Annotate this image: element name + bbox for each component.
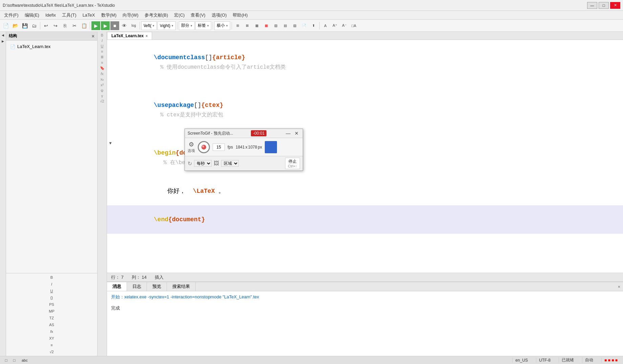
math-fmt-button[interactable]: ▨ [271, 21, 280, 30]
gutter-arrow[interactable]: ψ [101, 88, 104, 92]
gutter-align[interactable]: ≡ [101, 49, 103, 53]
gutter-b[interactable]: B [101, 33, 103, 37]
minimize-button[interactable]: — [587, 2, 597, 9]
maximize-button[interactable]: □ [599, 2, 609, 9]
editor-tab-close[interactable]: × [146, 34, 148, 38]
menu-wizard[interactable]: 向导(W) [120, 12, 141, 19]
status-locale[interactable]: en_US [512, 358, 531, 363]
stop-button[interactable]: ■ [110, 21, 119, 30]
status-left-btn1[interactable]: □ [3, 357, 9, 364]
stg-record-button[interactable] [198, 141, 210, 153]
open-button[interactable]: 📂 [11, 21, 20, 30]
menu-references[interactable]: 参考文献(B) [142, 12, 171, 19]
sym-braces[interactable]: {} [50, 295, 53, 300]
stg-area-select[interactable]: 区域 [221, 160, 239, 167]
gutter-align2[interactable]: ≣ [101, 55, 104, 59]
stg-color-button[interactable] [265, 141, 277, 153]
gutter-i[interactable]: I [102, 39, 103, 43]
math-grid-button[interactable]: ⊞ [233, 21, 242, 30]
log-view-button[interactable]: log [129, 21, 138, 30]
pdf-button[interactable]: 📄 [300, 21, 308, 30]
close-button[interactable]: ✕ [610, 2, 620, 9]
stg-close-button[interactable]: ✕ [293, 131, 300, 136]
menu-tools[interactable]: 工具(T) [59, 12, 79, 19]
nav-forward-button[interactable]: ▶ [0, 39, 6, 44]
gutter-arrow2[interactable]: γ [101, 94, 103, 98]
compile-button[interactable]: ▶ [91, 21, 100, 30]
gutter-bookmark[interactable]: 🔖 [100, 66, 105, 70]
gutter-superscript[interactable]: x² [101, 83, 104, 87]
compile-view-button[interactable]: ▶ [101, 21, 110, 30]
left-paren-dropdown[interactable]: \left( ▾ [141, 21, 157, 30]
editor-tab-main[interactable]: LaTeX_Learn.tex × [107, 32, 152, 40]
menu-idefix[interactable]: Idefix [43, 12, 59, 18]
bottom-tab-log[interactable]: 日志 [127, 282, 147, 291]
sym-as[interactable]: AS [48, 322, 55, 327]
right-paren-dropdown[interactable]: \right) ▾ [157, 21, 176, 30]
save-button[interactable]: 💾 [20, 21, 29, 30]
bottom-tab-preview[interactable]: 预览 [147, 282, 167, 291]
export-button[interactable]: ⬆ [309, 21, 318, 30]
stg-stop-button[interactable]: 停止 Ctrl+↑ [285, 158, 300, 169]
math-col-button[interactable]: ▤ [281, 21, 289, 30]
menu-options[interactable]: 选项(O) [209, 12, 230, 19]
math-row-del-button[interactable]: ▧ [290, 21, 299, 30]
format-small-a-button[interactable]: A⁻ [340, 21, 349, 30]
gutter-align3[interactable]: ≡ [101, 61, 103, 65]
format-box-button[interactable]: □A [349, 21, 358, 30]
stg-interval-select[interactable]: 每秒 [194, 160, 212, 167]
sym-i[interactable]: I [50, 281, 53, 287]
sym-xy[interactable]: XY [48, 336, 55, 341]
menu-file[interactable]: 文件(F) [1, 12, 21, 19]
math-border-button[interactable]: ▦ [252, 21, 261, 30]
sym-list[interactable]: ≡ [50, 342, 53, 348]
menu-macro[interactable]: 宏(C) [171, 12, 187, 19]
structure-file-item[interactable]: 📄 LaTeX_Learn.tex [9, 43, 94, 50]
tiny-dropdown[interactable]: 极小 ▾ [214, 21, 230, 30]
menu-view[interactable]: 查看(V) [188, 12, 208, 19]
stg-minimize-button[interactable]: — [284, 131, 292, 136]
gutter-sqrt[interactable]: √2 [100, 99, 104, 103]
label-dropdown[interactable]: 标签 ▾ [195, 21, 211, 30]
line-fold-5[interactable]: ▼ [107, 139, 114, 148]
bottom-tab-messages[interactable]: 消息 [107, 282, 127, 291]
status-encoding[interactable]: UTF-8 [536, 358, 553, 363]
redo-button[interactable]: ↪ [51, 21, 60, 30]
format-a-button[interactable]: A [321, 21, 330, 30]
part-dropdown[interactable]: 部分 ▾ [179, 21, 195, 30]
sym-sqrt2[interactable]: √2 [49, 349, 54, 355]
gutter-u[interactable]: U [101, 44, 104, 48]
sym-fx[interactable]: fx [49, 329, 54, 334]
gutter-fx[interactable]: fx [101, 72, 104, 76]
nav-back-button[interactable]: ◀ [0, 32, 6, 38]
menu-latex[interactable]: LaTeX [80, 12, 98, 18]
paste-button[interactable]: 📋 [80, 21, 88, 30]
status-left-btn2[interactable]: □ [11, 357, 18, 364]
status-mode[interactable]: 自动 [582, 357, 596, 363]
bottom-tab-search[interactable]: 搜索结果 [167, 282, 196, 291]
stg-fps-input[interactable] [213, 143, 225, 151]
save-all-button[interactable]: 🗂 [30, 21, 39, 30]
gutter-subscript[interactable]: x₂ [101, 77, 104, 82]
sym-ps[interactable]: PS [48, 302, 55, 307]
copy-button[interactable]: ⎘ [61, 21, 69, 30]
stg-width[interactable]: 1841 [236, 145, 245, 150]
sym-tz[interactable]: TZ [49, 315, 55, 321]
sym-mp[interactable]: MP [48, 309, 55, 314]
menu-math[interactable]: 数学(M) [99, 12, 120, 19]
structure-close-button[interactable]: × [92, 33, 94, 39]
bottom-panel-close-button[interactable]: × [615, 283, 623, 291]
math-table-button[interactable]: ⊠ [243, 21, 252, 30]
math-red-button[interactable]: ▦ [262, 21, 271, 30]
view-button[interactable]: 👁 [120, 21, 129, 30]
stg-height[interactable]: 1078 [248, 145, 257, 150]
menu-edit[interactable]: 编辑(E) [22, 12, 42, 19]
menu-help[interactable]: 帮助(H) [230, 12, 250, 19]
sym-b[interactable]: B [50, 275, 53, 280]
stg-settings-button[interactable]: ⚙ 选项 [188, 141, 195, 153]
cut-button[interactable]: ✂ [70, 21, 79, 30]
sym-u[interactable]: U [50, 288, 54, 294]
undo-button[interactable]: ↩ [42, 21, 50, 30]
new-button[interactable]: 📄 [1, 21, 10, 30]
format-big-a-button[interactable]: A⁺ [330, 21, 339, 30]
